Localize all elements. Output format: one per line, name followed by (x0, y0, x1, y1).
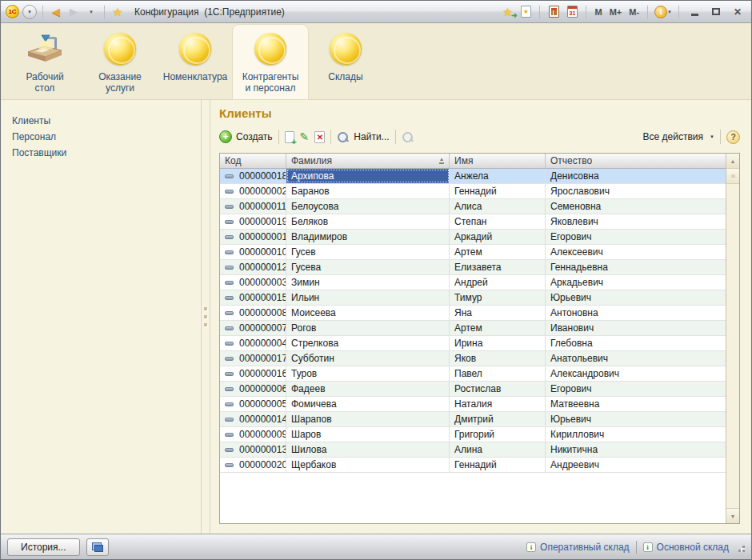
cell-patronymic[interactable]: Егорович (546, 382, 726, 396)
cell-patronymic[interactable]: Юрьевич (546, 412, 726, 426)
cell-lastname[interactable]: Гусева (286, 260, 450, 274)
scrollbar-thumb[interactable] (726, 169, 739, 184)
sidebar-item-clients[interactable]: Клиенты (12, 113, 201, 129)
column-header-lastname[interactable]: Фамилия ▲ (286, 154, 450, 168)
cell-firstname[interactable]: Геннадий (450, 458, 546, 472)
cell-firstname[interactable]: Аркадий (450, 230, 546, 244)
cell-patronymic[interactable]: Егорович (546, 230, 726, 244)
cell-patronymic[interactable]: Кириллович (546, 427, 726, 442)
table-row[interactable]: 000000019 Беляков Степан Яковлевич (220, 214, 726, 230)
tab-services[interactable]: Оказание услуги (82, 25, 158, 99)
cell-lastname[interactable]: Шаров (286, 427, 450, 442)
back-button[interactable]: ◀ (49, 4, 63, 20)
table-row[interactable]: 000000020 Щербаков Геннадий Андреевич (220, 458, 726, 473)
cell-firstname[interactable]: Елизавета (450, 260, 546, 274)
memory-subtract-button[interactable]: M- (627, 7, 641, 17)
cell-code[interactable]: 000000017 (220, 351, 286, 366)
cell-code[interactable]: 000000001 (220, 230, 286, 244)
cell-code[interactable]: 000000005 (220, 397, 286, 411)
delete-button[interactable]: ✕ (314, 131, 325, 143)
cell-firstname[interactable]: Яна (450, 306, 546, 320)
cell-firstname[interactable]: Геннадий (450, 184, 546, 198)
cell-patronymic[interactable]: Ярославович (546, 184, 726, 198)
main-warehouse-link[interactable]: i Основной склад (643, 542, 729, 553)
table-row[interactable]: 000000007 Рогов Артем Иванович (220, 321, 726, 336)
cell-code[interactable]: 000000004 (220, 336, 286, 350)
cell-patronymic[interactable]: Геннадьевна (546, 260, 726, 274)
table-row[interactable]: 000000004 Стрелкова Ирина Глебовна (220, 336, 726, 351)
cell-code[interactable]: 000000020 (220, 458, 286, 472)
cell-firstname[interactable]: Павел (450, 366, 546, 381)
cell-lastname[interactable]: Зимин (286, 275, 450, 290)
calendar-button[interactable]: 31 (565, 4, 579, 20)
cell-firstname[interactable]: Андрей (450, 275, 546, 290)
cell-patronymic[interactable]: Иванович (546, 321, 726, 335)
resize-grip[interactable] (735, 542, 745, 552)
cell-code[interactable]: 000000016 (220, 366, 286, 381)
cell-patronymic[interactable]: Яковлевич (546, 214, 726, 229)
column-header-code[interactable]: Код (220, 154, 286, 168)
cell-code[interactable]: 000000002 (220, 184, 286, 198)
table-row[interactable]: 000000013 Шилова Алина Никитична (220, 442, 726, 458)
cell-patronymic[interactable]: Глебовна (546, 336, 726, 350)
add-to-favorites-button[interactable]: ★ ➜ (500, 4, 514, 20)
table-row[interactable]: 000000012 Гусева Елизавета Геннадьевна (220, 260, 726, 275)
column-header-patronymic[interactable]: Отчество (546, 154, 726, 168)
cell-code[interactable]: 000000019 (220, 214, 286, 229)
table-row[interactable]: 000000014 Шарапов Дмитрий Юрьевич (220, 412, 726, 427)
cell-patronymic[interactable]: Андреевич (546, 458, 726, 472)
close-button[interactable]: ✕ (729, 4, 746, 20)
cell-firstname[interactable]: Алиса (450, 199, 546, 214)
table-row[interactable]: 000000003 Зимин Андрей Аркадьевич (220, 275, 726, 290)
cell-lastname[interactable]: Моисеева (286, 306, 450, 320)
cell-firstname[interactable]: Наталия (450, 397, 546, 411)
cell-code[interactable]: 000000013 (220, 442, 286, 457)
table-row[interactable]: 000000015 Ильин Тимур Юрьевич (220, 290, 726, 306)
create-button[interactable]: + Создать (219, 130, 273, 143)
cell-patronymic[interactable]: Анатольевич (546, 351, 726, 366)
cell-lastname[interactable]: Гусев (286, 245, 450, 259)
show-favorites-button[interactable]: ★ (518, 4, 533, 20)
cell-lastname[interactable]: Баранов (286, 184, 450, 198)
memory-add-button[interactable]: M+ (608, 7, 624, 17)
cell-lastname[interactable]: Фомичева (286, 397, 450, 411)
table-row[interactable]: 000000009 Шаров Григорий Кириллович (220, 427, 726, 442)
cell-code[interactable]: 000000006 (220, 382, 286, 396)
cell-patronymic[interactable]: Юрьевич (546, 290, 726, 305)
table-row[interactable]: 000000016 Туров Павел Александрович (220, 366, 726, 382)
cell-code[interactable]: 000000003 (220, 275, 286, 290)
all-actions-button[interactable]: Все действия ▼ (643, 131, 714, 142)
cell-firstname[interactable]: Ирина (450, 336, 546, 350)
table-row[interactable]: 000000010 Гусев Артем Алексеевич (220, 245, 726, 260)
cell-firstname[interactable]: Артем (450, 321, 546, 335)
favorites-button[interactable]: ★ (110, 4, 125, 20)
edit-button[interactable]: ✎ (300, 131, 310, 142)
cell-patronymic[interactable]: Антоновна (546, 306, 726, 320)
cell-patronymic[interactable]: Александрович (546, 366, 726, 381)
cell-code[interactable]: 000000015 (220, 290, 286, 305)
minimize-button[interactable] (686, 4, 703, 20)
cell-patronymic[interactable]: Денисовна (546, 169, 726, 183)
cell-firstname[interactable]: Дмитрий (450, 412, 546, 426)
column-header-firstname[interactable]: Имя (450, 154, 546, 168)
cell-firstname[interactable]: Алина (450, 442, 546, 457)
cell-firstname[interactable]: Анжела (450, 169, 546, 183)
table-row[interactable]: 000000005 Фомичева Наталия Матвеевна (220, 397, 726, 412)
cell-lastname[interactable]: Туров (286, 366, 450, 381)
table-row[interactable]: 000000011 Белоусова Алиса Семеновна (220, 199, 726, 214)
find-button[interactable]: Найти... (337, 130, 389, 143)
sidebar-item-suppliers[interactable]: Поставщики (12, 145, 201, 161)
cell-code[interactable]: 000000014 (220, 412, 286, 426)
cell-lastname[interactable]: Беляков (286, 214, 450, 229)
tab-counterparties[interactable]: Контрагенты и персонал (233, 25, 308, 99)
calculator-button[interactable] (546, 4, 561, 20)
cell-firstname[interactable]: Яков (450, 351, 546, 366)
about-button[interactable]: i ▼ (654, 4, 672, 20)
cell-patronymic[interactable]: Никитична (546, 442, 726, 457)
cell-firstname[interactable]: Григорий (450, 427, 546, 442)
cell-code[interactable]: 000000018 (220, 169, 286, 183)
tab-desktop[interactable]: Рабочий стол (7, 25, 82, 99)
table-row[interactable]: 000000006 Фадеев Ростислав Егорович (220, 382, 726, 397)
cell-lastname[interactable]: Стрелкова (286, 336, 450, 350)
scroll-down-button[interactable]: ▼ (726, 508, 739, 523)
